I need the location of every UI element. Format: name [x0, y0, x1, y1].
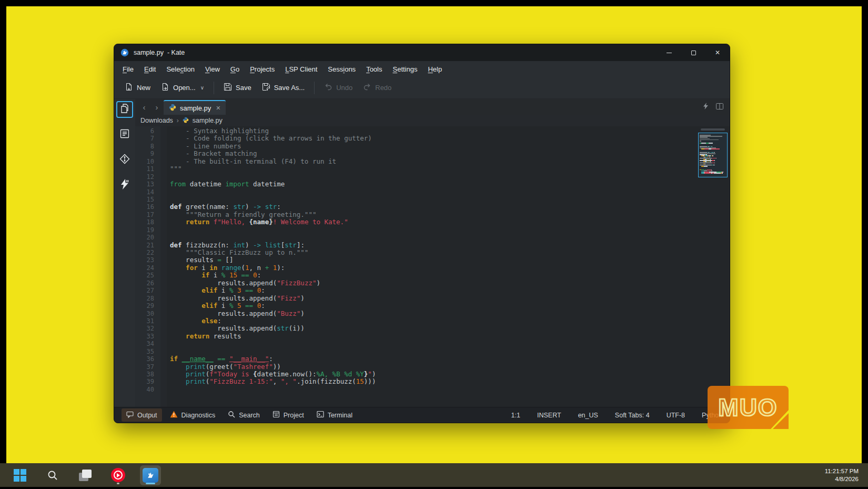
chevron-down-icon[interactable]: ∨ [200, 85, 204, 91]
running-indicator [117, 483, 119, 484]
save-icon [224, 83, 232, 93]
sidebar-tool-lsp[interactable] [116, 177, 133, 194]
code-line[interactable]: elif i % 3 == 0: [170, 287, 696, 294]
line-number: 33 [135, 333, 154, 340]
code-line[interactable] [170, 188, 696, 196]
save-as--button[interactable]: Save As... [257, 79, 310, 96]
menu-sessions[interactable]: Sessions [322, 63, 361, 75]
statusbar-terminal-button[interactable]: Terminal [312, 408, 357, 422]
code-line[interactable]: elif i % 5 == 0: [170, 302, 696, 310]
statusbar-project-button[interactable]: Project [268, 408, 309, 422]
statusbar-output-button[interactable]: Output [122, 408, 162, 422]
minimap[interactable] [698, 133, 728, 177]
toolbar-button-label: Undo [336, 84, 352, 92]
toolbar-separator [214, 82, 214, 94]
tab-close-icon[interactable]: ✕ [216, 105, 220, 112]
taskbar-youtube-music-button[interactable] [107, 465, 128, 485]
close-button[interactable]: ✕ [705, 44, 730, 61]
code-line[interactable]: - Syntax highlighting [170, 127, 696, 135]
code-line[interactable] [170, 234, 696, 241]
statusbar-label: Diagnostics [181, 412, 216, 419]
sidebar-tool-git[interactable] [116, 152, 133, 168]
code-line[interactable] [170, 173, 696, 181]
statusbar-dictionary[interactable]: en_US [578, 412, 598, 419]
code-line[interactable]: def greet(name: str) -> str: [170, 203, 696, 211]
menu-file[interactable]: File [117, 63, 139, 75]
code-line[interactable]: - The built-in terminal (F4) to run it [170, 158, 696, 165]
code-line[interactable]: for i in range(1, n + 1): [170, 264, 696, 272]
code-line[interactable] [170, 196, 696, 203]
code-line[interactable]: """ [170, 165, 696, 173]
taskbar-task-view-button[interactable] [75, 465, 96, 485]
taskbar-windows-start-button[interactable] [9, 465, 31, 485]
open--button[interactable]: Open...∨ [156, 79, 209, 96]
code-line[interactable]: print(greet("Tashreef")) [170, 363, 696, 371]
code-line[interactable]: if __name__ == "__main__": [170, 355, 696, 363]
code-line[interactable]: else: [170, 317, 696, 325]
nav-forward-button[interactable]: › [151, 103, 163, 112]
titlebar[interactable]: sample.py - Kate ✕ [114, 44, 730, 61]
minimize-button[interactable] [657, 44, 681, 61]
taskbar-taskbar-search-button[interactable] [42, 465, 63, 485]
menu-settings[interactable]: Settings [387, 63, 422, 75]
statusbar-tab-mode[interactable]: Soft Tabs: 4 [615, 412, 650, 419]
menu-help[interactable]: Help [422, 63, 447, 75]
menu-selection[interactable]: Selection [161, 63, 200, 75]
code-line[interactable] [170, 340, 696, 347]
undo-button[interactable]: Undo [319, 79, 358, 96]
kate-logo-icon [120, 48, 129, 57]
code-line[interactable]: - Code folding (click the arrows in the … [170, 135, 696, 142]
save-button[interactable]: Save [218, 79, 257, 96]
nav-back-button[interactable]: ‹ [138, 103, 150, 112]
code-line[interactable]: """Return a friendly greeting.""" [170, 211, 696, 218]
line-number: 8 [135, 143, 154, 150]
code-line[interactable]: results.append("Buzz") [170, 310, 696, 317]
code-area[interactable]: - Syntax highlighting - Code folding (cl… [167, 126, 696, 407]
tab-sample-py[interactable]: sample.py ✕ [164, 100, 226, 115]
split-view-icon[interactable] [716, 102, 723, 112]
code-line[interactable]: if i % 15 == 0: [170, 272, 696, 279]
breadcrumb-file[interactable]: sample.py [193, 117, 223, 124]
editor[interactable]: 6789101112131415161718192021222324252627… [135, 126, 730, 407]
code-line[interactable]: def fizzbuzz(n: int) -> list[str]: [170, 242, 696, 249]
statusbar-cursor-position[interactable]: 1:1 [511, 412, 520, 419]
code-line[interactable]: print("FizzBuzz 1-15:", ", ".join(fizzbu… [170, 378, 696, 385]
code-line[interactable]: from datetime import datetime [170, 181, 696, 188]
menu-go[interactable]: Go [225, 63, 245, 75]
sidebar-tool-symbols[interactable] [116, 126, 133, 143]
code-line[interactable]: results.append(str(i)) [170, 325, 696, 332]
menu-projects[interactable]: Projects [245, 63, 280, 75]
taskbar-clock[interactable]: 11:21:57 PM 4/8/2026 [825, 467, 868, 483]
code-line[interactable]: return f"Hello, {name}! Welcome to Kate.… [170, 218, 696, 226]
code-folding-column[interactable] [160, 126, 167, 407]
code-line[interactable]: results.append("FizzBuzz") [170, 280, 696, 287]
statusbar-input-mode[interactable]: INSERT [537, 412, 561, 419]
code-line[interactable]: results.append("Fizz") [170, 295, 696, 302]
line-number: 25 [135, 272, 154, 279]
menu-view[interactable]: View [200, 63, 225, 75]
menu-edit[interactable]: Edit [139, 63, 161, 75]
code-line[interactable]: results = [] [170, 256, 696, 264]
code-line[interactable]: - Bracket matching [170, 150, 696, 157]
code-line[interactable] [170, 226, 696, 234]
maximize-button[interactable] [681, 44, 705, 61]
menu-tools[interactable]: Tools [361, 63, 387, 75]
taskbar-kate-button[interactable] [140, 465, 161, 485]
code-line[interactable]: - Line numbers [170, 143, 696, 150]
minimap-scroll-indicator[interactable] [701, 128, 725, 131]
code-line[interactable]: print(f"Today is {datetime.now():%A, %B … [170, 371, 696, 378]
python-file-icon [169, 104, 176, 113]
statusbar-diagnostics-button[interactable]: Diagnostics [165, 408, 220, 422]
sidebar-tool-documents[interactable] [116, 101, 133, 118]
quick-open-icon[interactable] [703, 102, 709, 112]
menu-lsp-client[interactable]: LSP Client [280, 63, 322, 75]
new-button[interactable]: New [119, 79, 156, 96]
code-line[interactable]: return results [170, 333, 696, 340]
code-line[interactable] [170, 386, 696, 393]
breadcrumb-folder[interactable]: Downloads [140, 117, 173, 124]
code-line[interactable] [170, 348, 696, 355]
redo-button[interactable]: Redo [358, 79, 397, 96]
code-line[interactable]: """Classic FizzBuzz up to n.""" [170, 249, 696, 256]
statusbar-search-button[interactable]: Search [223, 408, 265, 422]
statusbar-encoding[interactable]: UTF-8 [667, 412, 685, 419]
